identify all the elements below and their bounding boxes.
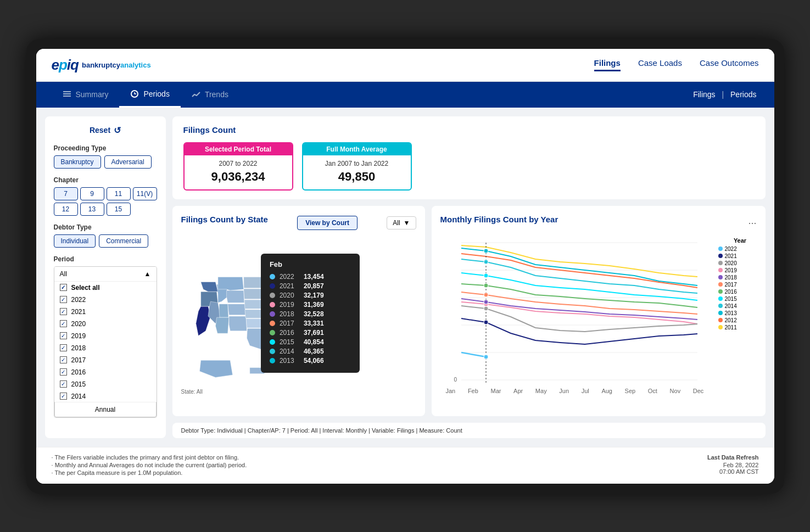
tooltip-dot-2022: [270, 274, 275, 279]
map-tooltip: Feb 2022 13,454 2021 20,857: [261, 254, 360, 373]
view-by-court-button[interactable]: View by Court: [297, 216, 357, 230]
btn-ch13[interactable]: 13: [80, 203, 104, 216]
selected-period-value: 9,036,234: [195, 170, 281, 184]
tooltip-row-2022: 2022 13,454: [270, 273, 351, 281]
period-item-2014[interactable]: ✓ 2014: [54, 390, 157, 402]
chevron-down-icon: ▼: [404, 219, 410, 227]
debtor-type-label: Debtor Type: [54, 223, 157, 231]
subnav-trends[interactable]: Trends: [181, 82, 239, 108]
chart-wrapper: 0: [440, 237, 757, 407]
btn-ch7[interactable]: 7: [54, 187, 78, 200]
period-label: Period: [54, 255, 157, 263]
period-item-2020[interactable]: ✓ 2020: [54, 318, 157, 330]
tooltip-dot-2020: [270, 293, 275, 298]
svg-point-18: [484, 283, 488, 288]
period-item-2016[interactable]: ✓ 2016: [54, 366, 157, 378]
period-item-2017[interactable]: ✓ 2017: [54, 354, 157, 366]
logo-bankruptcy-text: bankruptcy: [82, 61, 120, 69]
reset-button[interactable]: Reset ↺: [54, 125, 157, 136]
note-1: The Filers variable includes the primary…: [52, 454, 247, 461]
logo-epiq-text: epiq: [52, 57, 79, 74]
bottom-notes: The Filers variable includes the primary…: [36, 447, 774, 484]
us-map: Feb 2022 13,454 2021 20,857: [181, 237, 416, 385]
line-chart-header: Monthly Filings Count by Year ···: [440, 215, 757, 232]
btn-ch11[interactable]: 11: [107, 187, 131, 200]
full-month-header: Full Month Average: [303, 143, 411, 155]
line-chart-svg: 0: [440, 237, 757, 391]
btn-individual[interactable]: Individual: [54, 234, 96, 248]
period-item-2019[interactable]: ✓ 2019: [54, 330, 157, 342]
btn-ch9[interactable]: 9: [80, 187, 104, 200]
legend-2017: 2017: [718, 282, 762, 288]
selected-period-range: 2007 to 2022: [195, 160, 281, 167]
tooltip-row-2017: 2017 33,331: [270, 320, 351, 327]
line-chart-card: Monthly Filings Count by Year ···: [432, 206, 766, 416]
stats-row: Selected Period Total 2007 to 2022 9,036…: [183, 142, 755, 191]
svg-point-12: [484, 355, 488, 359]
sub-nav: Summary Periods Trends: [52, 82, 239, 108]
debtor-type-filter: Debtor Type Individual Commercial: [54, 223, 157, 248]
btn-commercial[interactable]: Commercial: [99, 234, 148, 248]
proceeding-type-buttons: Bankruptcy Adversarial: [54, 155, 157, 169]
filings-count-title: Filings Count: [183, 125, 755, 135]
chart-options-button[interactable]: ···: [748, 217, 756, 229]
reset-icon: ↺: [114, 125, 121, 136]
debtor-type-buttons: Individual Commercial: [54, 234, 157, 248]
proceeding-type-label: Proceeding Type: [54, 144, 157, 152]
full-month-avg-box: Full Month Average Jan 2007 to Jan 2022 …: [302, 142, 412, 191]
nav-case-outcomes[interactable]: Case Outcomes: [700, 58, 759, 71]
map-filter-dropdown[interactable]: All ▼: [387, 216, 416, 229]
btn-bankruptcy[interactable]: Bankruptcy: [54, 155, 101, 169]
period-dropdown-header[interactable]: All ▲: [54, 267, 157, 281]
line-chart-title: Monthly Filings Count by Year: [440, 215, 558, 224]
last-refresh-date: Feb 28, 2022: [707, 462, 759, 468]
svg-text:0: 0: [454, 377, 457, 383]
logo-analytics-text: analytics: [120, 61, 151, 69]
tooltip-dot-2017: [270, 321, 275, 326]
tooltip-row-2016: 2016 37,691: [270, 329, 351, 337]
chapter-buttons: 7 9 11 11(V) 12 13 15: [54, 187, 157, 216]
notes-list: The Filers variable includes the primary…: [52, 454, 247, 477]
nav-filings[interactable]: Filings: [594, 58, 621, 71]
tooltip-row-2014: 2014 46,365: [270, 348, 351, 355]
list-icon: [63, 90, 71, 99]
period-item-2021[interactable]: ✓ 2021: [54, 306, 157, 318]
btn-ch15[interactable]: 15: [107, 203, 131, 216]
map-card-header: Filings Count by State View by Court All…: [181, 215, 416, 232]
chapter-label: Chapter: [54, 176, 157, 184]
period-item-2022[interactable]: ✓ 2022: [54, 294, 157, 306]
charts-row: Filings Count by State View by Court All…: [172, 206, 766, 416]
tooltip-dot-2015: [270, 339, 275, 345]
legend-2014: 2014: [718, 303, 762, 309]
svg-point-20: [484, 260, 488, 264]
period-select-all[interactable]: ✓ Select all: [54, 282, 157, 294]
btn-ch12[interactable]: 12: [54, 203, 78, 216]
legend-2016: 2016: [718, 289, 762, 295]
tooltip-dot-2016: [270, 330, 275, 335]
right-panel: Filings Count Selected Period Total 2007…: [172, 116, 766, 438]
legend-2013: 2013: [718, 310, 762, 316]
note-2: Monthly and Annual Averages do not inclu…: [52, 462, 247, 468]
period-item-2015[interactable]: ✓ 2015: [54, 378, 157, 390]
period-item-2018[interactable]: ✓ 2018: [54, 342, 157, 354]
main-content: Reset ↺ Proceeding Type Bankruptcy Adver…: [36, 108, 774, 447]
btn-ch11v[interactable]: 11(V): [133, 187, 157, 200]
btn-adversarial[interactable]: Adversarial: [104, 155, 152, 169]
subnav-summary[interactable]: Summary: [52, 82, 120, 108]
map-card-title: Filings Count by State: [181, 215, 268, 224]
legend-2022: 2022: [718, 246, 762, 252]
svg-point-16: [484, 300, 488, 304]
period-filter: Period All ▲ ✓ Select all ✓: [54, 255, 157, 418]
status-bar: Debtor Type: Individual | Chapter/AP: 7 …: [172, 423, 766, 438]
tooltip-dot-2018: [270, 311, 275, 317]
sidebar: Reset ↺ Proceeding Type Bankruptcy Adver…: [45, 116, 166, 438]
nav-case-loads[interactable]: Case Loads: [638, 58, 682, 71]
legend-2018: 2018: [718, 275, 762, 281]
filings-count-card: Filings Count Selected Period Total 2007…: [172, 116, 766, 199]
selected-period-box: Selected Period Total 2007 to 2022 9,036…: [183, 142, 293, 191]
tooltip-row-2018: 2018 32,528: [270, 310, 351, 318]
annual-button[interactable]: Annual: [54, 402, 157, 417]
svg-point-14: [484, 306, 488, 311]
subnav-periods[interactable]: Periods: [119, 82, 180, 108]
checkbox-select-all[interactable]: ✓: [60, 284, 67, 291]
